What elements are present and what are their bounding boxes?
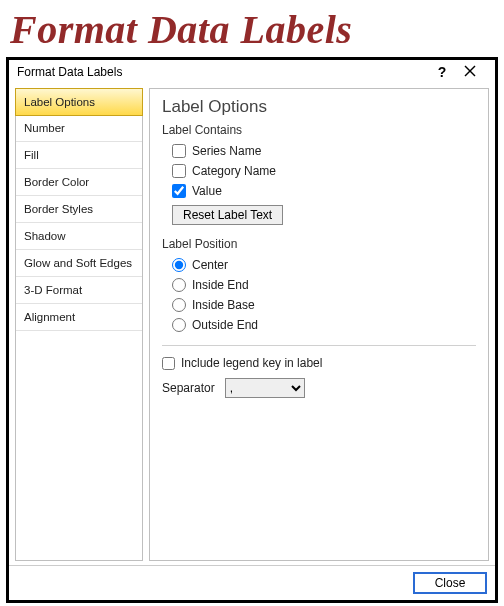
radio-inside-end[interactable]: Inside End [162, 275, 476, 295]
panel-heading: Label Options [162, 97, 476, 117]
label-position-heading: Label Position [162, 237, 476, 251]
radio-outside-end[interactable]: Outside End [162, 315, 476, 335]
sidebar-item-number[interactable]: Number [16, 115, 142, 142]
sidebar-item-shadow[interactable]: Shadow [16, 223, 142, 250]
help-button[interactable]: ? [431, 64, 453, 80]
close-icon[interactable] [453, 65, 487, 80]
category-sidebar: Label Options Number Fill Border Color B… [15, 88, 143, 561]
radio-outside-end-label: Outside End [192, 318, 258, 332]
checkbox-value-input[interactable] [172, 184, 186, 198]
checkbox-series-name-input[interactable] [172, 144, 186, 158]
checkbox-include-legend-key[interactable]: Include legend key in label [162, 354, 476, 372]
dialog-titlebar: Format Data Labels ? [9, 60, 495, 84]
format-data-labels-dialog: Format Data Labels ? Label Options Numbe… [6, 57, 498, 603]
radio-inside-base[interactable]: Inside Base [162, 295, 476, 315]
sidebar-item-3d-format[interactable]: 3-D Format [16, 277, 142, 304]
radio-inside-base-input[interactable] [172, 298, 186, 312]
radio-inside-end-label: Inside End [192, 278, 249, 292]
sidebar-item-label-options[interactable]: Label Options [15, 88, 143, 116]
divider [162, 345, 476, 346]
main-panel: Label Options Label Contains Series Name… [149, 88, 489, 561]
checkbox-value-label: Value [192, 184, 222, 198]
sidebar-item-border-styles[interactable]: Border Styles [16, 196, 142, 223]
label-contains-heading: Label Contains [162, 123, 476, 137]
checkbox-series-name[interactable]: Series Name [162, 141, 476, 161]
sidebar-item-border-color[interactable]: Border Color [16, 169, 142, 196]
radio-inside-base-label: Inside Base [192, 298, 255, 312]
radio-center[interactable]: Center [162, 255, 476, 275]
close-button[interactable]: Close [413, 572, 487, 594]
radio-inside-end-input[interactable] [172, 278, 186, 292]
dialog-title: Format Data Labels [17, 65, 431, 79]
separator-select[interactable]: , [225, 378, 305, 398]
dialog-footer: Close [9, 565, 495, 600]
checkbox-category-name[interactable]: Category Name [162, 161, 476, 181]
checkbox-category-name-input[interactable] [172, 164, 186, 178]
checkbox-include-legend-key-input[interactable] [162, 357, 175, 370]
checkbox-series-name-label: Series Name [192, 144, 261, 158]
radio-outside-end-input[interactable] [172, 318, 186, 332]
separator-label: Separator [162, 381, 215, 395]
sidebar-item-glow-soft-edges[interactable]: Glow and Soft Edges [16, 250, 142, 277]
reset-label-text-button[interactable]: Reset Label Text [172, 205, 283, 225]
radio-center-input[interactable] [172, 258, 186, 272]
sidebar-item-alignment[interactable]: Alignment [16, 304, 142, 331]
checkbox-include-legend-key-label: Include legend key in label [181, 356, 322, 370]
radio-center-label: Center [192, 258, 228, 272]
page-banner: Format Data Labels [0, 0, 504, 57]
checkbox-value[interactable]: Value [162, 181, 476, 201]
sidebar-item-fill[interactable]: Fill [16, 142, 142, 169]
checkbox-category-name-label: Category Name [192, 164, 276, 178]
